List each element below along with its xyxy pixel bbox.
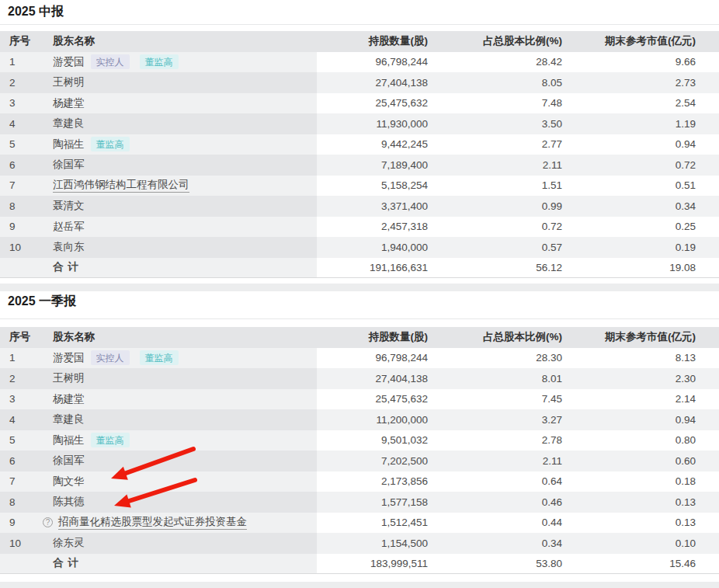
shareholder-report-page: 2025 中报 序号股东名称持股数量(股)占总股本比例(%)期末参考市值(亿元)…: [0, 0, 719, 588]
shareholder-name: 杨建堂: [53, 96, 85, 110]
shareholder-name: 章建良: [53, 117, 85, 130]
badge-actual-controller: 实控人: [91, 350, 130, 365]
shares-held: 5,158,254: [317, 179, 428, 191]
pct-of-total: 28.42: [428, 56, 562, 68]
col-header-pct: 占总股本比例(%): [428, 330, 562, 344]
pct-of-total: 0.34: [428, 538, 562, 549]
table-row: 3杨建堂25,475,6327.482.54: [0, 93, 719, 114]
market-value: 9.66: [562, 56, 696, 68]
shares-held: 27,404,138: [317, 77, 428, 89]
market-value: 0.25: [562, 221, 696, 232]
row-index: 3: [0, 97, 53, 109]
shareholder-name: 陶福生: [53, 137, 85, 151]
shareholder-name: 陈其德: [53, 495, 85, 509]
pct-of-total: 2.11: [428, 455, 562, 467]
table-row: 3杨建堂25,475,6327.452.14: [0, 389, 719, 410]
shares-held: 2,457,318: [317, 221, 428, 232]
table-row: 9?招商量化精选股票型发起式证券投资基金1,512,4510.440.13: [0, 513, 719, 534]
pct-of-total: 28.30: [428, 352, 562, 364]
badge-director-supervisor: 董监高: [91, 137, 130, 151]
row-index: 7: [0, 475, 53, 487]
market-value: 0.10: [562, 538, 696, 549]
market-value: 2.54: [562, 97, 696, 109]
shareholders-table-q1: 序号股东名称持股数量(股)占总股本比例(%)期末参考市值(亿元)1游爱国实控人董…: [0, 327, 719, 574]
col-header-index: 序号: [0, 34, 53, 48]
market-value: 0.94: [562, 138, 696, 150]
market-value: 0.13: [562, 496, 696, 508]
pct-of-total: 3.27: [428, 414, 562, 426]
pct-of-total: 1.51: [428, 179, 562, 191]
shares-held: 11,200,000: [317, 414, 428, 426]
shareholder-name: 章建良: [53, 412, 85, 426]
table-row: 8陈其德1,577,1580.460.13: [0, 492, 719, 513]
market-value: 0.94: [562, 414, 696, 426]
table-row: 5陶福生董监高9,442,2452.770.94: [0, 134, 719, 155]
table-row: 1游爱国实控人董监高96,798,24428.308.13: [0, 348, 719, 369]
shareholder-name: 王树明: [53, 371, 85, 385]
shareholder-name: 杨建堂: [53, 392, 85, 406]
market-value: 0.60: [562, 455, 696, 467]
total-value: 19.08: [562, 262, 696, 273]
pct-of-total: 7.48: [428, 97, 562, 109]
total-pct: 53.80: [428, 558, 562, 569]
col-header-value: 期末参考市值(亿元): [562, 330, 696, 344]
pct-of-total: 7.45: [428, 393, 562, 405]
shares-held: 7,189,400: [317, 159, 428, 171]
row-index: 6: [0, 159, 53, 171]
row-index: 4: [0, 118, 53, 130]
shareholder-name: 游爱国: [53, 55, 85, 69]
market-value: 0.80: [562, 434, 696, 446]
pct-of-total: 0.57: [428, 242, 562, 253]
table-row: 8聂清文3,371,4000.990.34: [0, 196, 719, 217]
total-label: 合 计: [53, 556, 317, 570]
col-header-pct: 占总股本比例(%): [428, 34, 562, 48]
table-row: 1游爱国实控人董监高96,798,24428.429.66: [0, 52, 719, 73]
row-index: 5: [0, 138, 53, 150]
row-index: 1: [0, 56, 53, 68]
shares-held: 25,475,632: [317, 393, 428, 405]
shareholders-table-interim: 序号股东名称持股数量(股)占总股本比例(%)期末参考市值(亿元)1游爱国实控人董…: [0, 31, 719, 278]
row-index: 7: [0, 179, 53, 191]
section-separator: [0, 284, 719, 291]
table-row: 9赵岳军2,457,3180.720.25: [0, 217, 719, 238]
table-row: 7陶文华2,173,8560.640.18: [0, 471, 719, 492]
badge-director-supervisor: 董监高: [140, 350, 179, 365]
pct-of-total: 0.44: [428, 517, 562, 528]
shareholder-link[interactable]: 招商量化精选股票型发起式证券投资基金: [58, 515, 247, 530]
shareholder-name: 聂清文: [53, 199, 85, 213]
total-shares: 191,166,631: [317, 262, 428, 273]
pct-of-total: 0.64: [428, 475, 562, 487]
row-index: 2: [0, 373, 53, 384]
row-index: 1: [0, 352, 53, 364]
pct-of-total: 2.78: [428, 434, 562, 446]
shares-held: 11,930,000: [317, 118, 428, 130]
row-index: 8: [0, 496, 53, 508]
row-index: 5: [0, 434, 53, 446]
col-header-name: 股东名称: [53, 34, 317, 48]
shareholder-name: 王树明: [53, 75, 85, 89]
shares-held: 3,371,400: [317, 200, 428, 212]
shareholder-name: 陶文华: [53, 475, 85, 489]
shareholder-link[interactable]: 江西鸿伟钢结构工程有限公司: [53, 178, 189, 193]
row-index: 10: [0, 538, 53, 549]
table-total-row: 合 计191,166,63156.1219.08: [0, 258, 719, 279]
table-row: 4章建良11,200,0003.270.94: [0, 409, 719, 430]
row-index: 3: [0, 393, 53, 405]
col-header-shares: 持股数量(股): [317, 330, 428, 344]
row-index: 10: [0, 242, 53, 253]
shareholder-name: 赵岳军: [53, 220, 85, 234]
shares-held: 25,475,632: [317, 97, 428, 109]
col-header-value: 期末参考市值(亿元): [562, 34, 696, 48]
pct-of-total: 0.46: [428, 496, 562, 508]
market-value: 0.13: [562, 517, 696, 528]
col-header-index: 序号: [0, 330, 53, 344]
badge-actual-controller: 实控人: [91, 54, 130, 69]
market-value: 8.13: [562, 352, 696, 364]
shares-held: 1,940,000: [317, 242, 428, 253]
shares-held: 27,404,138: [317, 373, 428, 384]
total-pct: 56.12: [428, 262, 562, 273]
table-row: 2王树明27,404,1388.012.30: [0, 368, 719, 389]
table-header-row: 序号股东名称持股数量(股)占总股本比例(%)期末参考市值(亿元): [0, 31, 719, 52]
col-header-name: 股东名称: [53, 330, 317, 344]
section-title-interim-report: 2025 中报: [8, 4, 64, 20]
